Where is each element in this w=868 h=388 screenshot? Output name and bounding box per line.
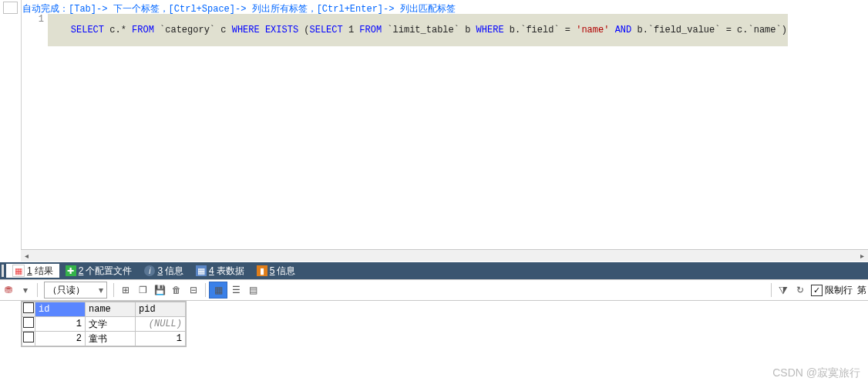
sql-editor-line[interactable]: SELECT c.* FROM `category` c WHERE EXIST… xyxy=(48,14,788,46)
add-row-icon[interactable]: ⊞ xyxy=(117,282,134,298)
save-icon[interactable]: 💾 xyxy=(151,282,168,298)
checkbox-header[interactable] xyxy=(22,302,35,317)
tab-tabledata[interactable]: ▦ 4 表数据 xyxy=(190,264,251,278)
result-tabs: ▦ 1 结果 ✚ 2 个配置文件 i 3 信息 ▦ 4 表数据 ▮ 5 信息 xyxy=(0,262,868,279)
separator xyxy=(37,283,38,297)
tab-info[interactable]: i 3 信息 xyxy=(138,264,190,278)
text-view-icon[interactable]: ▤ xyxy=(244,282,261,298)
tab-messages[interactable]: ▮ 5 信息 xyxy=(251,264,302,278)
tab-grip-icon[interactable] xyxy=(2,265,4,277)
clear-icon[interactable]: ⊟ xyxy=(185,282,202,298)
tab-profile[interactable]: ✚ 2 个配置文件 xyxy=(59,264,139,278)
grid-view-icon[interactable]: ▦ xyxy=(209,282,227,299)
cell-id[interactable]: 2 xyxy=(35,332,86,346)
chevron-down-icon: ▾ xyxy=(99,285,103,295)
result-toolbar: ⛃ ▾ （只读） ▾ ⊞ ❐ 💾 🗑 ⊟ ▦ ☰ ▤ ⧩ ↻ 限制行 第 xyxy=(0,279,868,301)
scroll-left-icon[interactable]: ◂ xyxy=(21,250,32,261)
edit-mode-label: （只读） xyxy=(48,284,85,297)
result-icon: ▦ xyxy=(12,265,25,277)
separator xyxy=(113,283,114,297)
first-row-label: 第 xyxy=(857,284,866,297)
bookmark-box xyxy=(3,2,18,14)
result-grid[interactable]: id name pid 1 文学 (NULL) 2 童书 1 xyxy=(21,301,187,347)
cell-name[interactable]: 文学 xyxy=(86,317,136,332)
grid-header-row: id name pid xyxy=(22,302,186,317)
table-row[interactable]: 1 文学 (NULL) xyxy=(22,317,186,332)
messages-icon: ▮ xyxy=(257,265,267,276)
scroll-right-icon[interactable]: ▸ xyxy=(856,250,868,261)
table-row[interactable]: 2 童书 1 xyxy=(22,332,186,346)
delete-icon[interactable]: 🗑 xyxy=(168,282,185,298)
editor-hscrollbar[interactable]: ◂ ▸ xyxy=(21,249,868,261)
profile-icon: ✚ xyxy=(66,265,76,276)
kw-select: SELECT xyxy=(71,25,104,35)
left-gutter xyxy=(0,0,22,261)
cell-pid[interactable]: 1 xyxy=(136,332,186,346)
cell-id[interactable]: 1 xyxy=(35,317,86,332)
row-checkbox[interactable] xyxy=(22,332,35,346)
line-number: 1 xyxy=(22,14,44,25)
col-name[interactable]: name xyxy=(86,302,136,317)
tab-result[interactable]: ▦ 1 结果 xyxy=(6,264,59,278)
separator xyxy=(205,283,206,297)
cell-name[interactable]: 童书 xyxy=(86,332,136,346)
reload-icon[interactable]: ↻ xyxy=(792,282,809,298)
filter-icon[interactable]: ⧩ xyxy=(775,282,792,298)
edit-mode-select[interactable]: （只读） ▾ xyxy=(44,282,107,299)
col-id[interactable]: id xyxy=(35,302,86,317)
copy-row-icon[interactable]: ❐ xyxy=(134,282,151,298)
tabledata-icon: ▦ xyxy=(196,265,207,276)
export-dropdown-icon[interactable]: ▾ xyxy=(17,282,34,298)
cell-pid[interactable]: (NULL) xyxy=(136,317,186,332)
limit-rows-checkbox[interactable] xyxy=(811,285,823,296)
row-checkbox[interactable] xyxy=(22,317,35,332)
form-view-icon[interactable]: ☰ xyxy=(227,282,244,298)
export-icon[interactable]: ⛃ xyxy=(0,282,17,298)
col-pid[interactable]: pid xyxy=(136,302,186,317)
separator xyxy=(771,283,772,297)
limit-rows-label: 限制行 xyxy=(825,284,853,297)
info-icon: i xyxy=(144,265,155,276)
watermark: CSDN @寂寞旅行 xyxy=(772,366,860,380)
